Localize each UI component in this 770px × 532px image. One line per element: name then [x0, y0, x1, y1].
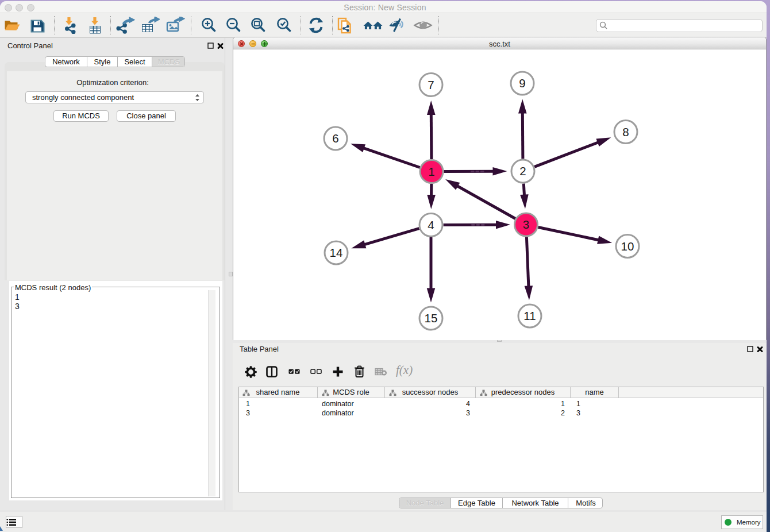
svg-text:8: 8: [622, 125, 629, 138]
svg-text:7: 7: [428, 78, 434, 91]
svg-text:14: 14: [330, 246, 343, 259]
svg-text:3: 3: [523, 218, 529, 231]
svg-text:10: 10: [621, 240, 634, 253]
svg-text:11: 11: [523, 309, 536, 322]
svg-text:15: 15: [425, 311, 438, 325]
svg-text:2: 2: [519, 164, 526, 178]
svg-text:4: 4: [428, 218, 434, 232]
svg-text:1: 1: [428, 165, 434, 178]
svg-text:6: 6: [332, 132, 338, 145]
svg-text:9: 9: [519, 76, 525, 90]
